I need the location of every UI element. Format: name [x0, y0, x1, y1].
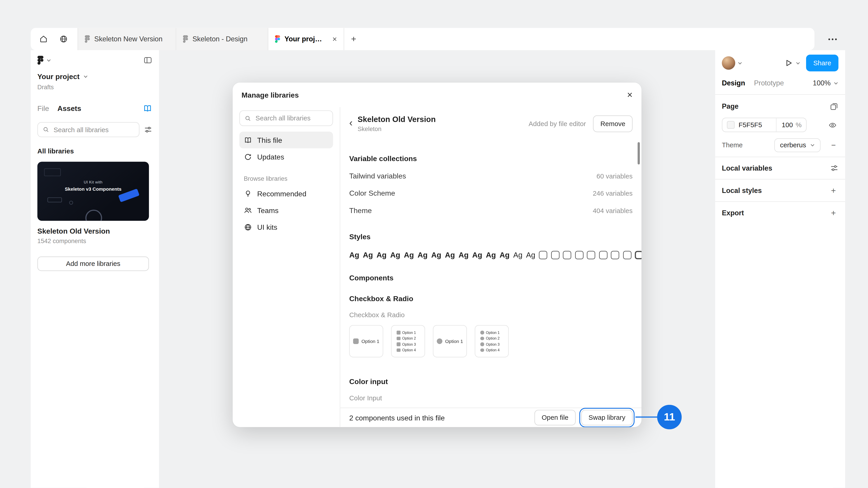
modal-scrollbar[interactable]: [638, 142, 640, 164]
close-modal-icon[interactable]: ×: [627, 90, 633, 100]
component-group-title: Checkbox & Radio: [349, 294, 633, 303]
grid-style-swatch: [539, 251, 547, 259]
swap-library-button[interactable]: Swap library: [581, 410, 632, 425]
project-location: Drafts: [31, 84, 159, 90]
assets-search-input[interactable]: [54, 126, 134, 134]
user-avatar[interactable]: [722, 56, 735, 70]
library-card[interactable]: UI Kit with Skeleton v3 Components Skele…: [37, 162, 152, 244]
export-section: Export +: [715, 201, 845, 224]
chevron-down-icon: [833, 80, 838, 86]
remove-theme-button[interactable]: −: [829, 140, 838, 149]
thumbnail-decoration: [48, 197, 62, 202]
back-chevron-icon[interactable]: ‹: [349, 118, 352, 128]
nav-item-label: Updates: [257, 153, 284, 161]
added-by-text: Added by file editor: [528, 120, 586, 127]
nav-item-label: Recommended: [257, 189, 307, 198]
zoom-control[interactable]: 100%: [813, 79, 838, 87]
library-subtitle: Skeleton: [358, 125, 436, 132]
project-switcher[interactable]: Your project: [31, 72, 159, 81]
remove-library-button[interactable]: Remove: [593, 115, 632, 132]
nav-item-teams[interactable]: Teams: [239, 202, 333, 219]
tab-assets[interactable]: Assets: [57, 104, 81, 112]
figma-main-menu[interactable]: [37, 56, 51, 65]
thumbnail-decoration: [44, 168, 61, 176]
present-play-icon[interactable]: [784, 59, 793, 67]
nav-item-ui-kits[interactable]: UI kits: [239, 219, 333, 235]
page-color-field[interactable]: F5F5F5 100 %: [722, 118, 807, 132]
annotation-connector-line: [636, 416, 658, 418]
book-icon: [244, 136, 252, 144]
new-tab-button[interactable]: +: [344, 28, 363, 50]
tab-design[interactable]: Design: [722, 79, 745, 87]
text-style-sample: Ag: [349, 251, 359, 259]
home-button[interactable]: [35, 31, 52, 47]
libraries-book-icon[interactable]: [143, 104, 152, 113]
component-card-radio-group: Option 1 Option 2 Option 3 Option 4: [475, 325, 509, 357]
share-button[interactable]: Share: [806, 55, 838, 71]
grid-style-swatch-focused: [635, 251, 642, 259]
visibility-toggle[interactable]: [826, 121, 838, 129]
thumbnail-caption: UI Kit with: [37, 180, 149, 184]
add-more-libraries-button[interactable]: Add more libraries: [37, 256, 149, 271]
file-tab-skeleton-new-version[interactable]: Skeleton New Version: [78, 28, 176, 50]
globe-icon: [244, 223, 252, 231]
library-thumbnail: UI Kit with Skeleton v3 Components: [37, 162, 149, 221]
component-card-radio: Option 1: [433, 325, 467, 357]
percent-sign: %: [796, 121, 802, 129]
library-details-scroll: Variable collections Tailwind variables …: [340, 139, 642, 408]
tab-prototype[interactable]: Prototype: [754, 79, 784, 87]
pages-icon[interactable]: [830, 102, 838, 111]
theme-dropdown[interactable]: cerberus: [774, 138, 820, 152]
tab-label: Your project: [285, 35, 324, 43]
theme-value: cerberus: [780, 141, 806, 149]
browse-libraries-label: Browse libraries: [244, 175, 329, 182]
thumbnail-decoration: [69, 201, 73, 204]
community-button[interactable]: [55, 31, 72, 47]
figma-file-icon: [275, 35, 280, 43]
section-label: Local variables: [722, 164, 772, 172]
open-file-button[interactable]: Open file: [534, 410, 576, 425]
file-tab-your-project-active[interactable]: Your project ×: [268, 28, 344, 50]
nav-item-label: This file: [257, 136, 282, 144]
radio-glyph: [437, 338, 442, 344]
components-heading: Components: [349, 274, 633, 282]
variable-collection-row: Tailwind variables 60 variables: [349, 167, 633, 185]
variables-tune-icon[interactable]: [830, 164, 838, 172]
project-name: Your project: [37, 72, 80, 81]
color-swatch[interactable]: [727, 121, 735, 129]
component-group-subtitle: Checkbox & Radio: [349, 311, 633, 319]
page-opacity-field[interactable]: 100 %: [776, 118, 802, 131]
lightbulb-icon: [244, 189, 252, 198]
close-tab-icon[interactable]: ×: [332, 35, 337, 43]
modal-sidebar: This file Updates Browse libraries Recom…: [232, 107, 340, 427]
tab-file[interactable]: File: [37, 104, 49, 112]
components-used-summary: 2 components used in this file: [349, 414, 445, 422]
nav-item-this-file[interactable]: This file: [239, 131, 333, 148]
toggle-sidebar-icon[interactable]: [143, 56, 152, 65]
tab-label: Skeleton - Design: [192, 35, 248, 43]
file-tab-skeleton-design[interactable]: Skeleton - Design: [176, 28, 268, 50]
filter-tune-icon[interactable]: [144, 125, 152, 134]
opacity-value[interactable]: 100: [782, 121, 793, 129]
zoom-level: 100%: [813, 79, 831, 87]
window-more-button[interactable]: [825, 32, 840, 46]
nav-item-updates[interactable]: Updates: [239, 148, 333, 165]
variable-collections-heading: Variable collections: [349, 155, 633, 163]
variable-collection-row: Color Scheme 246 variables: [349, 185, 633, 202]
libraries-search-input[interactable]: [255, 114, 328, 122]
chevron-down-icon: [46, 58, 51, 63]
nav-item-recommended[interactable]: Recommended: [239, 185, 333, 202]
libraries-search-field[interactable]: [239, 110, 333, 126]
add-style-button[interactable]: +: [829, 186, 838, 195]
add-export-button[interactable]: +: [829, 208, 838, 218]
chevron-down-icon[interactable]: [738, 61, 743, 66]
left-sidebar: Your project Drafts File Assets All libr…: [31, 50, 159, 488]
chevron-down-icon: [83, 74, 88, 79]
figma-file-icon: [85, 35, 90, 43]
tab-bar-left: [31, 28, 78, 50]
chevron-down-icon[interactable]: [796, 61, 800, 66]
assets-search-field[interactable]: [37, 122, 140, 137]
page-color-hex[interactable]: F5F5F5: [739, 121, 762, 129]
styles-heading: Styles: [349, 232, 633, 241]
all-libraries-heading: All libraries: [37, 147, 152, 155]
